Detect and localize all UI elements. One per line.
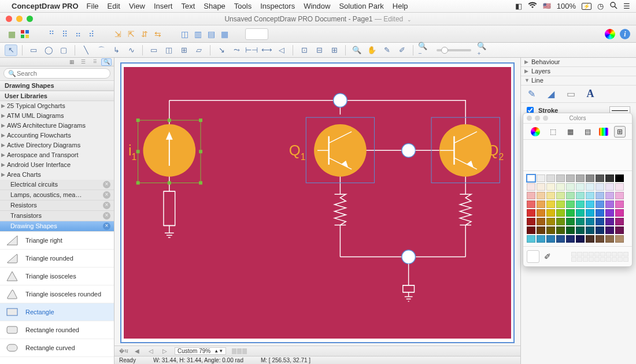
smart-connector[interactable]: ↘ [215, 44, 228, 56]
lib-tab-grid[interactable]: ⠿ [90, 58, 100, 66]
color-cell[interactable] [556, 200, 565, 208]
color-cell[interactable] [596, 174, 604, 182]
roundrect-tool[interactable]: ▢ [57, 44, 70, 56]
color-cell[interactable] [527, 209, 535, 217]
close-icon[interactable]: × [103, 181, 110, 188]
color-cell[interactable] [586, 174, 594, 182]
chain-icon[interactable]: ⠿ [59, 28, 71, 40]
colorwheel-icon[interactable] [605, 29, 615, 39]
color-cell[interactable] [566, 183, 575, 191]
lib-sub-item[interactable]: Electrical circuits× [0, 180, 114, 190]
menu-view[interactable]: View [129, 2, 145, 10]
flag-icon[interactable]: 🇺🇸 [543, 2, 551, 10]
zoom-field[interactable]: Custom 79%▲▼ [175, 347, 226, 355]
swatches-icon[interactable] [19, 28, 31, 40]
close-icon[interactable]: × [103, 191, 110, 199]
color-cell[interactable] [556, 183, 565, 191]
connector4-icon[interactable]: ⇆ [152, 28, 164, 40]
pan-tool[interactable]: ✋ [365, 44, 378, 56]
menu-solution-park[interactable]: Solution Park [339, 2, 383, 10]
edit-tool[interactable]: ✐ [395, 44, 408, 56]
color-cell[interactable] [615, 209, 624, 217]
color-cell[interactable] [527, 192, 535, 199]
dimension-tool[interactable]: ⟷ [260, 44, 273, 56]
color-cell[interactable] [546, 226, 555, 234]
close-icon[interactable]: × [103, 222, 110, 230]
color-cell[interactable] [615, 218, 624, 225]
color-mode-image[interactable]: ▤ [582, 126, 593, 138]
color-cell[interactable] [615, 183, 624, 191]
section-behaviour[interactable]: ▶Behaviour [521, 58, 636, 67]
menu-text[interactable]: Text [181, 2, 195, 10]
shape-item[interactable]: Rectangle rounded [0, 321, 114, 339]
color-cell[interactable] [556, 209, 565, 217]
color-mode-crayons[interactable]: ⊞ [614, 126, 626, 138]
connector2-icon[interactable]: ⇱ [125, 28, 137, 40]
menu-edit[interactable]: Edit [108, 2, 120, 10]
group-tool[interactable]: ⊡ [298, 44, 310, 56]
connector1-icon[interactable]: ⇲ [112, 28, 124, 40]
menu-help[interactable]: Help [393, 2, 408, 10]
org-icon[interactable]: ⠾ [86, 28, 97, 40]
layout3-icon[interactable]: ▤ [205, 28, 217, 40]
color-cell[interactable] [596, 200, 604, 208]
lib-tab-search[interactable]: 🔍 [101, 58, 112, 66]
color-cell[interactable] [527, 174, 535, 182]
color-cell[interactable] [566, 226, 575, 234]
color-cell[interactable] [586, 218, 594, 225]
menu-tools[interactable]: Tools [234, 2, 252, 10]
eyedropper-icon[interactable]: ✐ [544, 252, 551, 261]
color-cell[interactable] [546, 183, 555, 191]
lib-sub-item[interactable]: Lamps, acoustics, mea…× [0, 190, 114, 200]
color-cell[interactable] [586, 235, 594, 243]
color-cell[interactable] [605, 218, 614, 225]
wifi-icon[interactable] [528, 2, 537, 10]
lib-item[interactable]: ▶Active Directory Diagrams [0, 140, 114, 150]
page-next[interactable]: ▷ [161, 348, 169, 354]
color-cell[interactable] [566, 209, 575, 217]
lib-item[interactable]: ▶Aerospace and Transport [0, 150, 114, 160]
lib-tab-list[interactable]: ☰ [78, 58, 88, 66]
shape-item[interactable]: Triangle isosceles rounded [0, 285, 114, 303]
window-close-button[interactable] [6, 16, 12, 22]
oval-tool[interactable]: ◯ [42, 44, 55, 56]
color-cell[interactable] [546, 235, 555, 243]
rect-tool[interactable]: ▭ [27, 44, 40, 56]
layout4-icon[interactable]: ▦ [219, 28, 230, 40]
spotlight-icon[interactable] [609, 1, 617, 11]
color-cell[interactable] [615, 200, 624, 208]
color-mode-palettes[interactable]: ▦ [564, 126, 576, 138]
text-style-icon[interactable]: A [585, 88, 596, 100]
color-cell[interactable] [537, 209, 545, 217]
color-cell[interactable] [605, 226, 614, 234]
pointer-tool[interactable]: ↖ [5, 44, 17, 56]
battery-icon[interactable]: ⚡ [582, 3, 591, 10]
close-icon[interactable]: × [103, 212, 110, 220]
shape-item[interactable]: Triangle isosceles [0, 268, 114, 285]
color-cell[interactable] [566, 200, 575, 208]
line-tool[interactable]: ╲ [80, 44, 93, 56]
lib-header-user[interactable]: User Libraries [0, 91, 114, 101]
branch-icon[interactable]: ⠶ [72, 28, 84, 40]
color-cell[interactable] [566, 218, 575, 225]
menuextra-icon[interactable]: ◧ [515, 2, 522, 10]
anchor-tool[interactable]: ⊢⊣ [245, 44, 258, 56]
color-cell[interactable] [566, 192, 575, 199]
color-cell[interactable] [576, 174, 585, 182]
color-history[interactable] [571, 252, 628, 262]
color-cell[interactable] [556, 192, 565, 199]
ungroup-tool[interactable]: ⊟ [313, 44, 326, 56]
page-thumbs[interactable] [232, 348, 247, 354]
color-cell[interactable] [576, 200, 585, 208]
menu-icon[interactable]: ☰ [623, 2, 630, 10]
grid-icon[interactable]: ▦ [6, 28, 17, 40]
color-cell[interactable] [527, 183, 535, 191]
color-cell[interactable] [556, 235, 565, 243]
align-tool[interactable]: ⊞ [328, 44, 341, 56]
color-cell[interactable] [615, 174, 624, 182]
color-cell[interactable] [596, 218, 604, 225]
color-cell[interactable] [556, 226, 565, 234]
section-layers[interactable]: ▶Layers [521, 67, 636, 76]
color-cell[interactable] [537, 192, 545, 199]
app-name[interactable]: ConceptDraw PRO [12, 2, 79, 10]
